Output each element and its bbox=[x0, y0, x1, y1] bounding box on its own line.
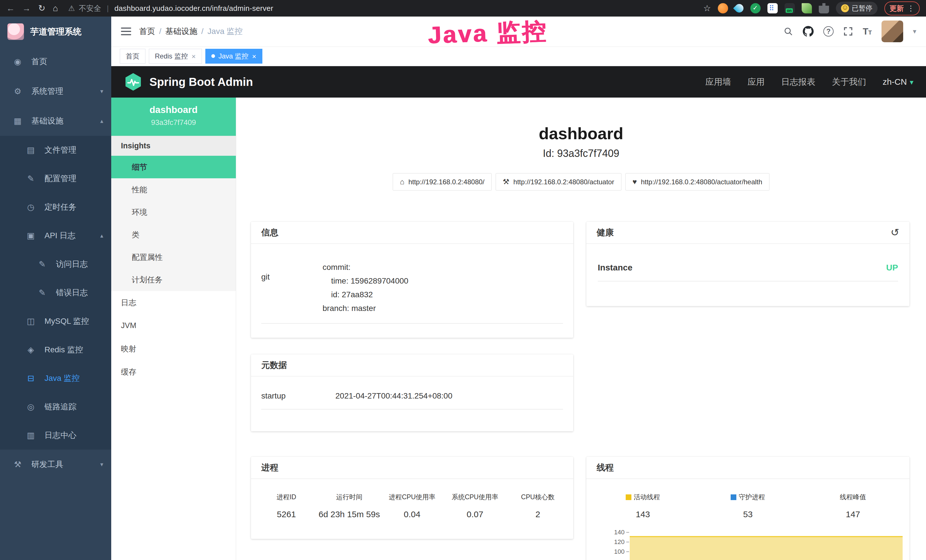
error-log-icon bbox=[36, 288, 48, 298]
threads-legend: 活动线程 143 守护进程 53 线程峰值 147 bbox=[586, 479, 909, 528]
metadata-row-label: startup bbox=[261, 391, 335, 401]
sba-nav-wallboard[interactable]: 应用墙 bbox=[705, 76, 731, 88]
threads-card: 线程 活动线程 143 守护进程 53 bbox=[586, 457, 909, 560]
avatar[interactable] bbox=[882, 21, 903, 42]
back-icon[interactable]: ← bbox=[6, 4, 15, 12]
sba-nav-applications[interactable]: 应用 bbox=[747, 76, 764, 88]
sba-nav-about[interactable]: 关于我们 bbox=[832, 76, 866, 88]
insights-item-classes[interactable]: 类 bbox=[111, 223, 236, 246]
y-tick-100: 100 bbox=[586, 548, 629, 555]
close-icon[interactable] bbox=[191, 52, 196, 60]
instance-main: dashboard Id: 93a3fc7f7409 http://192.16… bbox=[236, 98, 926, 560]
metadata-row-value: 2021-04-27T00:44:31.254+08:00 bbox=[335, 391, 563, 401]
sidebar-item-redis-monitor[interactable]: Redis 监控 bbox=[0, 336, 111, 364]
insights-item-details[interactable]: 细节 bbox=[111, 156, 236, 178]
sidebar-item-file-management[interactable]: 文件管理 bbox=[0, 136, 111, 164]
menu-dots-icon[interactable]: ⋮ bbox=[907, 4, 915, 13]
wrench-icon bbox=[503, 177, 509, 186]
sidebar-item-access-logs[interactable]: 访问日志 bbox=[0, 250, 111, 278]
page-title: dashboard bbox=[236, 124, 926, 143]
insights-item-config-props[interactable]: 配置属性 bbox=[111, 246, 236, 268]
sidebar-item-system[interactable]: 系统管理 bbox=[0, 76, 111, 106]
update-chip[interactable]: 更新 ⋮ bbox=[884, 2, 920, 15]
config-icon bbox=[25, 174, 36, 183]
sidebar-item-config-management[interactable]: 配置管理 bbox=[0, 164, 111, 193]
admin-sidebar: 芋道管理系统 首页 系统管理 基础设施 文件管理 配置管理 bbox=[0, 17, 111, 560]
tab-redis-monitor[interactable]: Redis 监控 bbox=[149, 49, 202, 64]
health-url-button[interactable]: http://192.168.0.2:48080/actuator/health bbox=[625, 173, 769, 191]
history-icon[interactable] bbox=[891, 227, 899, 239]
info-git-row: git commit: time: 1596289704000 id: 27aa… bbox=[261, 244, 563, 324]
sba-title: Spring Boot Admin bbox=[150, 76, 253, 88]
hamburger-icon[interactable] bbox=[121, 27, 131, 36]
extensions-puzzle-icon[interactable] bbox=[819, 3, 829, 14]
stat-cpu-cores: CPU核心数 2 bbox=[507, 493, 569, 519]
stat-process-cpu: 进程CPU使用率 0.04 bbox=[381, 493, 443, 519]
chevron-up-icon bbox=[100, 232, 103, 239]
extension-icon-water-drop[interactable] bbox=[733, 2, 745, 14]
brand[interactable]: 芋道管理系统 bbox=[0, 17, 111, 47]
locale-selector[interactable]: zh-CN bbox=[883, 77, 914, 87]
profile-paused-chip[interactable]: 已暂停 bbox=[836, 2, 878, 15]
sidebar-item-java-monitor[interactable]: Java 监控 bbox=[0, 364, 111, 392]
sidebar-item-home[interactable]: 首页 bbox=[0, 47, 111, 76]
legend-swatch-blue bbox=[731, 494, 736, 500]
actuator-url-button[interactable]: http://192.168.0.2:48080/actuator bbox=[496, 173, 622, 191]
caret-down-icon[interactable] bbox=[913, 27, 916, 35]
breadcrumb-infra[interactable]: 基础设施 bbox=[155, 26, 197, 37]
dashboard-icon bbox=[12, 57, 23, 67]
section-caches[interactable]: 缓存 bbox=[111, 360, 236, 383]
font-size-icon[interactable] bbox=[863, 26, 872, 37]
github-icon[interactable] bbox=[803, 26, 814, 37]
tab-home[interactable]: 首页 bbox=[120, 49, 145, 64]
health-card-title: 健康 bbox=[597, 227, 614, 239]
page-instance-id: Id: 93a3fc7f7409 bbox=[236, 147, 926, 159]
sidebar-item-dev-tools[interactable]: 研发工具 bbox=[0, 450, 111, 479]
threads-chart: 140 120 100 bbox=[586, 526, 909, 560]
extension-icon-fox[interactable] bbox=[718, 3, 728, 14]
smiley-icon bbox=[841, 4, 849, 12]
url-text: dashboard.yudao.iocoder.cn/infra/admin-s… bbox=[114, 4, 273, 13]
process-card: 进程 进程ID 5261 运行时间 6d 23h 15m 59s 进程CPU使用… bbox=[251, 457, 573, 539]
refresh-icon[interactable]: ↻ bbox=[38, 4, 45, 12]
sidebar-item-infra[interactable]: 基础设施 bbox=[0, 106, 111, 136]
health-instance-label: Instance bbox=[598, 263, 632, 272]
tab-java-monitor[interactable]: Java 监控 bbox=[205, 49, 262, 64]
extension-icon-leaf[interactable] bbox=[802, 3, 812, 14]
extension-icon-green-check[interactable] bbox=[750, 3, 761, 14]
search-icon[interactable] bbox=[784, 27, 793, 36]
forward-icon[interactable]: → bbox=[22, 4, 31, 12]
sidebar-item-api-logs[interactable]: API 日志 bbox=[0, 221, 111, 250]
sidebar-item-scheduled-jobs[interactable]: 定时任务 bbox=[0, 193, 111, 221]
legend-swatch-yellow bbox=[626, 494, 631, 500]
file-icon bbox=[25, 145, 36, 155]
instance-links: http://192.168.0.2:48080/ http://192.168… bbox=[236, 173, 926, 191]
metadata-card-title: 元数据 bbox=[251, 354, 573, 377]
home-icon[interactable]: ⌂ bbox=[53, 4, 58, 12]
sidebar-item-log-center[interactable]: 日志中心 bbox=[0, 421, 111, 450]
redis-icon bbox=[25, 345, 36, 354]
extension-icon-on-badge[interactable] bbox=[785, 3, 795, 14]
bookmark-star-icon[interactable]: ☆ bbox=[703, 4, 711, 12]
insights-item-environment[interactable]: 环境 bbox=[111, 201, 236, 223]
insights-item-scheduled-tasks[interactable]: 计划任务 bbox=[111, 268, 236, 291]
update-label: 更新 bbox=[890, 4, 904, 13]
section-mappings[interactable]: 映射 bbox=[111, 337, 236, 360]
extension-icon-blue-grid[interactable] bbox=[767, 3, 778, 14]
health-card: 健康 Instance UP bbox=[586, 222, 909, 306]
sidebar-item-error-logs[interactable]: 错误日志 bbox=[0, 278, 111, 307]
breadcrumb-home[interactable]: 首页 bbox=[139, 26, 155, 37]
section-jvm[interactable]: JVM bbox=[111, 314, 236, 337]
close-icon[interactable] bbox=[252, 52, 256, 60]
log-center-icon bbox=[25, 430, 36, 440]
sidebar-item-tracing[interactable]: 链路追踪 bbox=[0, 392, 111, 421]
help-icon[interactable] bbox=[823, 26, 834, 36]
fullscreen-icon[interactable] bbox=[843, 27, 853, 36]
sidebar-item-mysql-monitor[interactable]: MySQL 监控 bbox=[0, 307, 111, 336]
service-url-button[interactable]: http://192.168.0.2:48080/ bbox=[393, 173, 492, 191]
section-loggers[interactable]: 日志 bbox=[111, 291, 236, 314]
address-bar[interactable]: 不安全 | dashboard.yudao.iocoder.cn/infra/a… bbox=[68, 3, 273, 14]
instance-header[interactable]: dashboard 93a3fc7f7409 bbox=[111, 98, 236, 136]
sba-nav-journal[interactable]: 日志报表 bbox=[781, 76, 816, 88]
insights-item-metrics[interactable]: 性能 bbox=[111, 178, 236, 201]
